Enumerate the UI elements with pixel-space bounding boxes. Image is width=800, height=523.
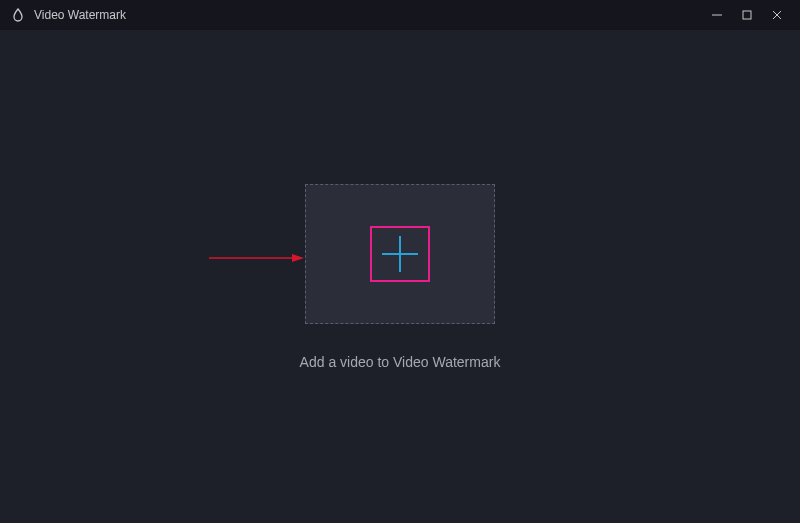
titlebar-left: Video Watermark (10, 7, 126, 23)
maximize-button[interactable] (732, 0, 762, 30)
minimize-button[interactable] (702, 0, 732, 30)
close-button[interactable] (762, 0, 792, 30)
svg-rect-1 (743, 11, 751, 19)
helper-text: Add a video to Video Watermark (300, 354, 501, 370)
minimize-icon (711, 9, 723, 21)
annotation-arrow (209, 254, 304, 262)
water-drop-icon (10, 7, 26, 23)
app-title: Video Watermark (34, 8, 126, 22)
maximize-icon (741, 9, 753, 21)
plus-icon (382, 236, 418, 272)
annotation-highlight-box (370, 226, 430, 282)
titlebar: Video Watermark (0, 0, 800, 30)
svg-marker-5 (292, 254, 304, 262)
drop-zone-wrapper: Add a video to Video Watermark (300, 184, 501, 370)
main-content: Add a video to Video Watermark (0, 30, 800, 523)
close-icon (771, 9, 783, 21)
window-controls (702, 0, 792, 30)
add-video-dropzone[interactable] (305, 184, 495, 324)
